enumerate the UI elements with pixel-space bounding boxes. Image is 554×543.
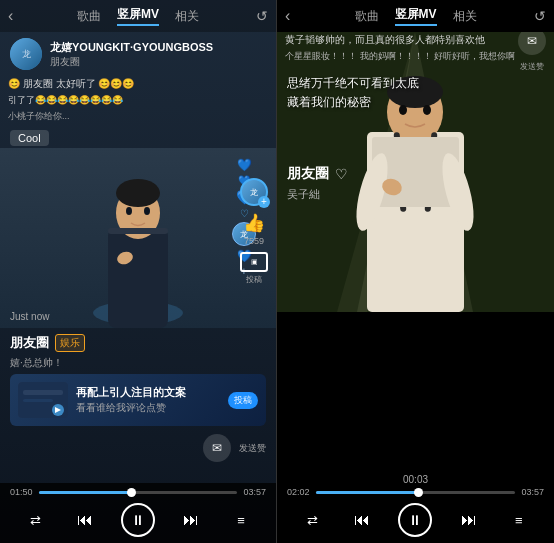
right-play-btn[interactable]: ⏸ (398, 503, 432, 537)
right-time-center: 00:03 (277, 474, 554, 485)
left-shuffle-btn[interactable]: ⇄ (21, 506, 49, 534)
left-friend-circle-label: 朋友圈 (10, 334, 49, 352)
left-progress-fill (39, 491, 133, 494)
svg-point-3 (116, 179, 160, 207)
left-next-btn[interactable]: ⏭ (177, 506, 205, 534)
svg-point-4 (126, 207, 132, 215)
right-progress-track[interactable] (316, 491, 516, 494)
left-entertainment-badge: 娱乐 (55, 334, 85, 352)
left-nav: ‹ 歌曲 竖屏MV 相关 ↺ (0, 0, 276, 32)
right-progress-fill (316, 491, 420, 494)
svg-point-5 (144, 207, 150, 215)
svg-rect-10 (23, 399, 53, 402)
right-tab-mv[interactable]: 竖屏MV (395, 6, 437, 26)
right-like-float: 吴 + 👍 7559 ▣ 投稿 ✉ 发送赞 (518, 32, 546, 72)
left-heart-count: 👍 7559 (243, 212, 265, 246)
left-progress-bar: 01:50 03:57 (0, 487, 276, 497)
left-promo-thumb (18, 382, 68, 418)
left-tab-related[interactable]: 相关 (175, 8, 199, 25)
right-nav-tabs: 歌曲 竖屏MV 相关 (355, 6, 477, 26)
left-promo-text: 再配上引人注目的文案 看看谁给我评论点赞 (76, 385, 220, 414)
left-heart-icon[interactable]: 👍 (243, 212, 265, 234)
right-prev-btn[interactable]: ⏮ (348, 506, 376, 534)
left-screen-share[interactable]: ▣ 投稿 (240, 252, 268, 285)
left-count-num: 7559 (244, 236, 264, 246)
left-like-plus-icon: + (258, 196, 270, 208)
right-comment-top: 黄子韬够帅的，而且真的很多人都特别喜欢他 (285, 32, 546, 48)
left-refresh-button[interactable]: ↺ (256, 8, 268, 24)
right-bottom-toolbar: 00:03 02:02 03:57 ⇄ ⏮ ⏸ ⏭ ≡ (277, 470, 554, 543)
right-send-label: 发送赞 (520, 61, 544, 72)
left-list-btn[interactable]: ≡ (227, 506, 255, 534)
left-prev-btn[interactable]: ⏮ (71, 506, 99, 534)
left-progress-track[interactable] (39, 491, 238, 494)
right-friend-circle-area: 朋友圈 ♡ 吴子絀 (287, 165, 348, 202)
right-time-start: 02:02 (287, 487, 310, 497)
left-time-start: 01:50 (10, 487, 33, 497)
left-panel: ‹ 歌曲 竖屏MV 相关 ↺ 龙 龙嬉YOUNGKIT·GYOUNGBOSS 朋… (0, 0, 277, 543)
left-bottom-toolbar: 01:50 03:57 ⇄ ⏮ ⏸ ⏭ ≡ (0, 483, 276, 543)
right-tab-song[interactable]: 歌曲 (355, 8, 379, 25)
left-avatar-inner: 龙 (10, 38, 42, 70)
left-tab-song[interactable]: 歌曲 (77, 8, 101, 25)
svg-rect-6 (108, 228, 168, 234)
left-promo-btn[interactable]: 投稿 (228, 392, 258, 409)
left-send-icon[interactable]: ✉ (203, 434, 231, 462)
left-promo-card: 再配上引人注目的文案 看看谁给我评论点赞 投稿 (10, 374, 266, 426)
right-next-btn[interactable]: ⏭ (455, 506, 483, 534)
left-promo-sub: 看看谁给我评论点赞 (76, 401, 220, 415)
left-tab-mv[interactable]: 竖屏MV (117, 6, 159, 26)
right-heart-icon: ♡ (335, 166, 348, 182)
left-just-now: Just now (10, 311, 49, 322)
left-send-label: 发送赞 (239, 442, 266, 455)
right-shuffle-btn[interactable]: ⇄ (298, 506, 326, 534)
right-tab-related[interactable]: 相关 (453, 8, 477, 25)
left-bottom: 朋友圈 娱乐 嬉·总总帅！ 再配上引人注目的文案 看看谁给我评论点赞 投稿 (0, 328, 276, 470)
right-lyrics-overlay: 思绪万千绝不可看到太底 藏着我们的秘密 (287, 74, 494, 112)
right-comments-top: 黄子韬够帅的，而且真的很多人都特别喜欢他 个星星眼妆！！！ 我的妈啊！！！！ 好… (277, 30, 554, 66)
left-promo-title: 再配上引人注目的文案 (76, 385, 220, 400)
right-comment-scroll: 个星星眼妆！！！ 我的妈啊！！！！ 好听好听，我想你啊 (285, 48, 546, 64)
left-artist-row: 龙 龙嬉YOUNGKIT·GYOUNGBOSS 朋友圈 (0, 32, 276, 76)
left-person-svg (83, 158, 193, 328)
left-screen-label: 投稿 (246, 274, 262, 285)
left-main-image: Just now 💙 💙 💙 ♡ 龙 💙 + 龙 + 👍 7559 ▣ (0, 148, 276, 328)
svg-rect-9 (23, 390, 63, 395)
right-nav: ‹ 歌曲 竖屏MV 相关 ↺ (277, 0, 554, 32)
left-comment-2: 小桃子你给你... (8, 108, 268, 124)
right-list-btn[interactable]: ≡ (505, 506, 533, 534)
left-friend-row: 朋友圈 娱乐 (10, 334, 266, 352)
left-progress-dot (127, 488, 136, 497)
left-promo-thumb-svg (18, 382, 68, 418)
cool-badge: Cool (10, 130, 49, 146)
left-comment-1: 引了了😂😂😂😂😂😂😂😂 (8, 92, 268, 108)
right-lyric-1: 思绪万千绝不可看到太底 (287, 74, 494, 93)
left-artist-sub: 朋友圈 (50, 55, 266, 69)
right-time-end: 03:57 (521, 487, 544, 497)
left-nav-tabs: 歌曲 竖屏MV 相关 (77, 6, 199, 26)
left-screen-icon: ▣ (240, 252, 268, 272)
left-send-row: ✉ 发送赞 (10, 432, 266, 464)
right-friend-circle-label: 朋友圈 (287, 165, 329, 183)
right-artist-sub: 吴子絀 (287, 187, 348, 202)
left-player-controls: ⇄ ⏮ ⏸ ⏭ ≡ (0, 501, 276, 539)
right-panel: ‹ 歌曲 竖屏MV 相关 ↺ 黄子韬够帅的，而且真的很多人都特别喜欢他 个星星眼… (277, 0, 554, 543)
left-like-avatar[interactable]: 龙 + (240, 178, 268, 206)
left-artist-name: 龙嬉YOUNGKIT·GYOUNGBOSS (50, 40, 266, 55)
left-play-btn[interactable]: ⏸ (121, 503, 155, 537)
svg-rect-1 (108, 228, 168, 328)
left-comment-0: 😊 朋友圈 太好听了 😊😊😊 (8, 76, 268, 92)
right-lyric-2: 藏着我们的秘密 (287, 93, 494, 112)
left-boss-text: 嬉·总总帅！ (10, 356, 266, 370)
right-back-button[interactable]: ‹ (285, 7, 290, 25)
left-like-area: 龙 + 👍 7559 ▣ 投稿 (240, 178, 268, 285)
right-refresh-button[interactable]: ↺ (534, 8, 546, 24)
right-progress-dot (414, 488, 423, 497)
left-comments: 😊 朋友圈 太好听了 😊😊😊 引了了😂😂😂😂😂😂😂😂 小桃子你给你... (0, 76, 276, 126)
right-main-image: 朋友圈 ♡ 吴子絀 思绪万千绝不可看到太底 藏着我们的秘密 吴 + 👍 7559… (277, 32, 554, 312)
right-progress-bar: 02:02 03:57 (277, 487, 554, 497)
left-time-end: 03:57 (243, 487, 266, 497)
left-back-button[interactable]: ‹ (8, 7, 13, 25)
right-send-icon[interactable]: ✉ (518, 32, 546, 55)
left-artist-info: 龙嬉YOUNGKIT·GYOUNGBOSS 朋友圈 (50, 40, 266, 69)
